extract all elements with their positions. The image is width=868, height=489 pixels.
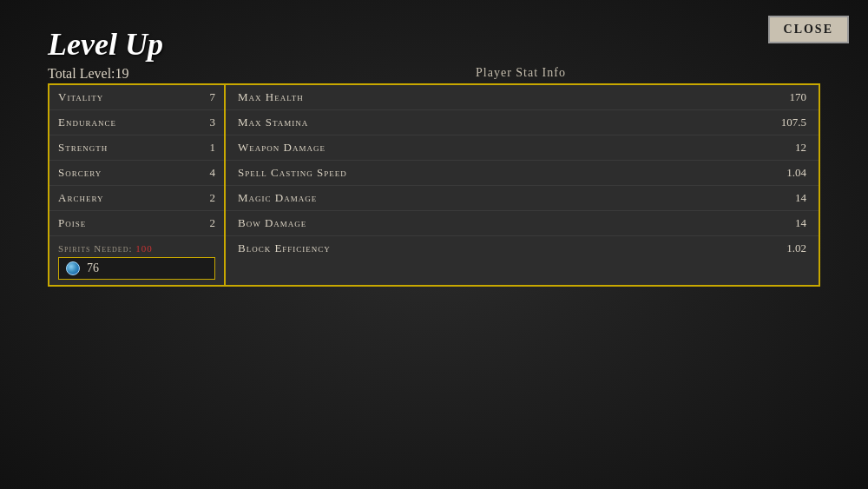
info-row: Max Stamina107.5 [226,110,819,135]
info-stat-name: Block Efficiency [238,241,331,255]
info-stat-name: Max Stamina [238,116,308,129]
info-stat-value: 14 [795,191,806,205]
stat-value: 1 [198,141,215,155]
info-row: Spell Casting Speed1.04 [226,161,819,186]
spirits-section: Spirits Needed: 100 76 [49,235,224,285]
stat-row[interactable]: Poise2 [49,211,224,235]
stat-name: Archery [58,191,103,205]
info-stat-value: 107.5 [781,116,806,129]
close-button[interactable]: Close [768,16,849,43]
spirits-label: Spirits Needed: 100 [58,243,215,254]
right-panel: Max Health170Max Stamina107.5Weapon Dama… [226,83,820,287]
stat-row[interactable]: Vitality7 [49,85,224,110]
info-row: Magic Damage14 [226,186,819,211]
stat-name: Poise [58,216,86,230]
stat-value: 2 [198,216,215,230]
spirits-count: 76 [87,261,99,275]
stat-row[interactable]: Archery2 [49,186,224,211]
info-row: Bow Damage14 [226,211,819,236]
info-row: Max Health170 [226,85,819,110]
info-stat-value: 14 [795,216,806,230]
stat-row[interactable]: Strength1 [49,135,224,161]
left-panel: Vitality7Endurance3Strength1Sorcery4Arch… [48,83,226,287]
info-stat-name: Magic Damage [238,191,317,205]
stat-name: Sorcery [58,166,102,180]
info-row: Block Efficiency1.02 [226,236,819,261]
info-stat-name: Weapon Damage [238,141,326,155]
spirits-label-text: Spirits Needed: [58,243,133,254]
stat-row[interactable]: Endurance3 [49,110,224,135]
info-row: Weapon Damage12 [226,135,819,161]
info-stat-value: 1.02 [786,241,806,255]
stat-value: 2 [198,191,215,205]
info-stat-name: Max Health [238,90,304,104]
info-stat-name: Bow Damage [238,216,306,230]
stat-name: Vitality [58,90,103,104]
total-level: Total Level:19 [48,66,221,82]
spirits-bar: 76 [58,257,215,280]
panels-container: Vitality7Endurance3Strength1Sorcery4Arch… [0,83,868,287]
spirit-orb-icon [66,261,80,275]
stat-rows-container: Vitality7Endurance3Strength1Sorcery4Arch… [49,85,224,235]
stat-value: 7 [198,90,215,104]
level-up-title: Level Up [0,0,868,66]
headers-row: Total Level:19 Player Stat Info [0,66,868,82]
stat-row[interactable]: Sorcery4 [49,161,224,186]
info-stat-value: 12 [795,141,806,155]
stat-value: 3 [198,116,215,129]
info-stat-value: 170 [790,90,807,104]
info-stat-name: Spell Casting Speed [238,166,347,180]
stat-name: Strength [58,141,108,155]
player-stat-info-label: Player Stat Info [221,66,820,82]
info-rows-container: Max Health170Max Stamina107.5Weapon Dama… [226,85,819,261]
stat-name: Endurance [58,116,116,129]
info-stat-value: 1.04 [786,166,806,180]
stat-value: 4 [198,166,215,180]
spirits-cost: 100 [135,243,153,254]
